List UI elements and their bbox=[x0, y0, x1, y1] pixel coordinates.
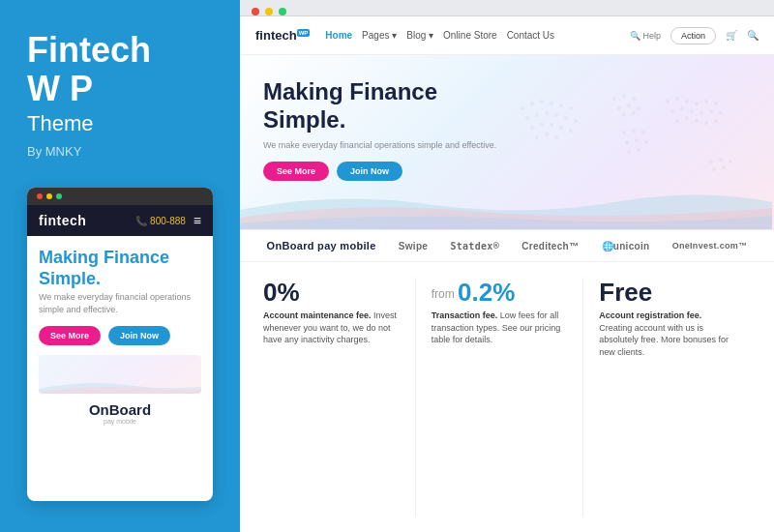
svg-point-17 bbox=[535, 135, 539, 139]
svg-point-57 bbox=[722, 165, 726, 169]
svg-point-34 bbox=[627, 150, 631, 154]
desktop-see-more-button[interactable]: See More bbox=[263, 162, 329, 181]
mobile-chrome-bar bbox=[27, 188, 213, 205]
svg-point-54 bbox=[719, 158, 723, 162]
left-panel: Fintech W P Theme By MNKY fintech 📞 800-… bbox=[0, 0, 240, 532]
nav-home[interactable]: Home bbox=[325, 30, 352, 41]
svg-point-42 bbox=[670, 109, 674, 113]
svg-point-53 bbox=[709, 160, 713, 163]
svg-point-37 bbox=[675, 97, 679, 101]
svg-point-21 bbox=[622, 94, 626, 98]
action-button[interactable]: Action bbox=[670, 27, 716, 44]
nav-contact[interactable]: Contact Us bbox=[507, 30, 554, 41]
desktop-hero: Making Finance Simple. We make everyday … bbox=[240, 55, 774, 229]
mobile-content: Making Finance Simple. We make everyday … bbox=[27, 236, 213, 435]
svg-point-44 bbox=[690, 109, 694, 113]
svg-point-1 bbox=[530, 102, 534, 105]
nav-online-store[interactable]: Online Store bbox=[443, 30, 497, 41]
svg-point-7 bbox=[535, 113, 539, 117]
stat-registration-label: Account registration fee. Creating accou… bbox=[599, 310, 735, 358]
mobile-dot-red bbox=[37, 193, 43, 199]
mobile-onboard-sub: pay mobile bbox=[39, 418, 201, 425]
svg-point-41 bbox=[714, 102, 718, 105]
subtitle: Theme bbox=[27, 111, 213, 136]
browser-dot-red bbox=[252, 8, 259, 15]
nav-blog[interactable]: Blog ▾ bbox=[406, 30, 433, 41]
nav-help[interactable]: 🔍 Help bbox=[630, 31, 661, 41]
logo-creditech: Creditech™ bbox=[521, 241, 579, 251]
mobile-hero-title: Making Finance Simple. bbox=[39, 248, 201, 289]
logo-unicoin: 🌐unicoin bbox=[602, 241, 650, 251]
svg-point-24 bbox=[627, 103, 631, 107]
right-panel: fintechWP Home Pages ▾ Blog ▾ Online Sto… bbox=[240, 0, 774, 532]
stat-transaction-number: from 0.2% bbox=[432, 278, 568, 308]
svg-point-33 bbox=[644, 140, 648, 144]
svg-point-9 bbox=[554, 113, 558, 117]
svg-point-43 bbox=[680, 106, 684, 110]
product-title: Fintech W P Theme By MNKY bbox=[27, 31, 213, 159]
svg-point-52 bbox=[714, 119, 718, 123]
svg-point-55 bbox=[729, 160, 732, 163]
svg-point-45 bbox=[700, 111, 703, 115]
svg-point-6 bbox=[525, 116, 529, 120]
svg-point-50 bbox=[695, 119, 699, 123]
svg-point-51 bbox=[704, 121, 708, 125]
svg-point-20 bbox=[612, 97, 616, 101]
svg-point-32 bbox=[635, 138, 639, 142]
mobile-see-more-button[interactable]: See More bbox=[39, 326, 101, 345]
svg-point-49 bbox=[685, 116, 689, 120]
mobile-nav-right: 📞 800-888 ≡ bbox=[135, 213, 201, 228]
desktop-nav-right: 🔍 Help Action 🛒 🔍 bbox=[630, 27, 759, 44]
mobile-preview: fintech 📞 800-888 ≡ Making Finance Simpl… bbox=[27, 188, 213, 501]
mobile-dot-yellow bbox=[46, 193, 52, 199]
svg-point-12 bbox=[530, 126, 534, 130]
title-line1: Fintech bbox=[27, 31, 213, 70]
nav-pages[interactable]: Pages ▾ bbox=[362, 30, 397, 41]
mobile-onboard-logo: OnBoard bbox=[39, 401, 201, 418]
svg-point-22 bbox=[632, 97, 636, 101]
stat-registration-number: Free bbox=[599, 278, 735, 308]
svg-point-40 bbox=[704, 100, 708, 103]
hamburger-icon[interactable]: ≡ bbox=[194, 213, 201, 228]
svg-point-5 bbox=[569, 106, 573, 110]
desktop-logo: fintechWP bbox=[255, 28, 310, 43]
svg-point-16 bbox=[569, 129, 573, 133]
stat-transaction-label: Transaction fee. Low fees for all transa… bbox=[432, 310, 568, 346]
svg-point-11 bbox=[574, 119, 578, 123]
stat-transaction: from 0.2% Transaction fee. Low fees for … bbox=[415, 278, 583, 517]
svg-point-31 bbox=[625, 140, 629, 144]
svg-point-14 bbox=[550, 123, 553, 127]
svg-point-29 bbox=[632, 129, 636, 133]
mobile-join-now-button[interactable]: Join Now bbox=[108, 326, 170, 345]
logo-statdex: Statdex® bbox=[450, 241, 499, 251]
stat-maintenance: 0% Account maintenance fee. Invest whene… bbox=[263, 278, 415, 517]
logo-swipe: Swipe bbox=[399, 241, 428, 251]
mobile-phone: 📞 800-888 bbox=[135, 216, 185, 226]
svg-point-25 bbox=[637, 106, 640, 110]
svg-point-30 bbox=[641, 131, 645, 134]
mobile-hero-subtitle: We make everyday financial operations si… bbox=[39, 291, 201, 315]
svg-point-47 bbox=[719, 111, 723, 115]
stat-registration: Free Account registration fee. Creating … bbox=[582, 278, 751, 517]
desktop-join-now-button[interactable]: Join Now bbox=[337, 162, 402, 181]
browser-dot-yellow bbox=[265, 8, 273, 15]
search-icon[interactable]: 🔍 bbox=[747, 30, 759, 41]
mobile-hero-buttons: See More Join Now bbox=[39, 326, 201, 345]
svg-point-23 bbox=[617, 106, 621, 110]
desktop-site: fintechWP Home Pages ▾ Blog ▾ Online Sto… bbox=[240, 16, 774, 532]
stat-maintenance-label: Account maintenance fee. Invest whenever… bbox=[263, 310, 400, 346]
svg-point-39 bbox=[695, 102, 699, 105]
mobile-world-map bbox=[39, 355, 201, 394]
svg-point-4 bbox=[559, 103, 563, 107]
logo-onboard: OnBoard pay mobile bbox=[267, 240, 376, 251]
svg-point-13 bbox=[540, 123, 544, 127]
logo-oneinvest: OneInvest.com™ bbox=[672, 241, 748, 251]
svg-point-48 bbox=[675, 119, 679, 123]
svg-point-35 bbox=[637, 148, 640, 152]
svg-point-3 bbox=[550, 102, 553, 105]
svg-point-27 bbox=[632, 111, 636, 115]
svg-point-8 bbox=[545, 111, 549, 115]
svg-point-56 bbox=[712, 167, 716, 171]
author: By MNKY bbox=[27, 144, 213, 159]
cart-icon[interactable]: 🛒 bbox=[726, 30, 737, 41]
